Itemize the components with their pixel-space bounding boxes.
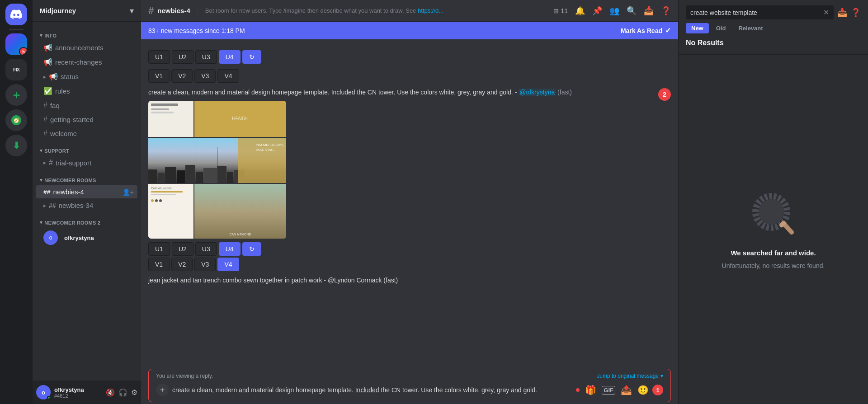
channel-name: rules bbox=[55, 87, 134, 95]
server-icon-fix[interactable]: FIX bbox=[5, 59, 27, 80]
sidebar-item-recent-changes[interactable]: 📢 recent-changes bbox=[36, 55, 137, 69]
settings-icon[interactable]: ⚙ bbox=[131, 388, 137, 397]
user-name-display: ofkrystyna bbox=[64, 235, 134, 241]
add-content-button[interactable]: + bbox=[156, 384, 169, 396]
main-content: # newbies-4 Bot room for new users. Type… bbox=[141, 0, 678, 404]
channel-name: trial-support bbox=[56, 159, 134, 167]
search-input-row: ✕ 📥 ❓ bbox=[686, 5, 861, 19]
v2-button[interactable]: V2 bbox=[171, 69, 193, 83]
server-icon-midjourney[interactable] bbox=[5, 33, 27, 55]
channel-name: recent-changes bbox=[55, 58, 134, 66]
v4-btn-2[interactable]: V4 bbox=[217, 258, 239, 271]
notification-icon[interactable]: 🔔 bbox=[575, 6, 585, 16]
help-icon-search[interactable]: ❓ bbox=[851, 8, 861, 18]
tab-old[interactable]: Old bbox=[711, 23, 731, 33]
hash-icon: # bbox=[43, 101, 47, 109]
sidebar-item-newbies-34[interactable]: ▸ ## newbies-34 bbox=[36, 199, 137, 212]
add-server-button[interactable]: ＋ bbox=[5, 84, 27, 106]
pin-icon[interactable]: 📌 bbox=[592, 6, 602, 16]
v3-btn-2[interactable]: V3 bbox=[194, 258, 216, 271]
hash-icon: # bbox=[43, 115, 47, 123]
inbox-icon[interactable]: 📥 bbox=[644, 6, 654, 16]
refresh-button[interactable]: ↻ bbox=[242, 50, 261, 64]
sidebar-item-announcements[interactable]: 📢 announcements bbox=[36, 41, 137, 55]
v4-button[interactable]: V4 bbox=[217, 69, 239, 83]
threads-button[interactable]: ⊞ 11 bbox=[553, 7, 568, 14]
sidebar-item-welcome[interactable]: # welcome bbox=[36, 127, 137, 140]
category-newcomer-rooms-2[interactable]: ▾ NEWCOMER ROOMS 2 bbox=[33, 212, 141, 227]
explore-button[interactable]: 🧭 bbox=[5, 109, 27, 131]
deafen-icon[interactable]: 🎧 bbox=[118, 388, 127, 397]
online-status bbox=[47, 396, 51, 399]
magnifier-illustration bbox=[746, 189, 801, 244]
u-buttons-row-1: U1 U2 U3 U4 ↻ bbox=[148, 50, 671, 64]
mark-as-read-button[interactable]: Mark As Read ✓ bbox=[621, 26, 671, 35]
u1-button[interactable]: U1 bbox=[148, 50, 170, 64]
mention-bottom: @Lyndon Cormack bbox=[328, 277, 382, 284]
mention: @ofkrystyna bbox=[519, 89, 556, 96]
download-button[interactable]: ⬇ bbox=[5, 135, 27, 156]
channel-list: ▾ INFO 📢 announcements 📢 recent-changes … bbox=[33, 22, 141, 381]
search-clear-button[interactable]: ✕ bbox=[823, 8, 829, 17]
members-icon[interactable]: 👥 bbox=[609, 6, 619, 16]
refresh-btn-2[interactable]: ↻ bbox=[242, 242, 261, 256]
new-messages-bar[interactable]: 83+ new messages since 1:18 PM Mark As R… bbox=[141, 22, 678, 39]
v2-btn-2[interactable]: V2 bbox=[171, 258, 193, 271]
search-input[interactable] bbox=[690, 9, 823, 16]
category-newcomer-rooms[interactable]: ▾ NEWCOMER ROOMS bbox=[33, 170, 141, 185]
new-messages-text: 83+ new messages since 1:18 PM bbox=[148, 27, 245, 34]
v3-button[interactable]: V3 bbox=[194, 69, 216, 83]
v1-btn-2[interactable]: V1 bbox=[148, 258, 170, 271]
mark-read-icon: ✓ bbox=[665, 26, 671, 35]
sidebar-item-status[interactable]: ▸ 📢 status bbox=[36, 70, 137, 84]
search-input-wrapper: ✕ bbox=[686, 5, 834, 19]
user-info: ofkrystyna #4812 bbox=[54, 386, 102, 399]
u1-btn-2[interactable]: U1 bbox=[148, 242, 170, 256]
category-chevron-newcomer: ▾ bbox=[40, 177, 42, 183]
description-link[interactable]: https://d... bbox=[418, 7, 443, 14]
help-icon[interactable]: ❓ bbox=[661, 6, 671, 16]
sidebar-item-trial-support[interactable]: ▸ # trial-support bbox=[36, 156, 137, 169]
input-indicator bbox=[576, 388, 580, 392]
emoji-icon[interactable]: 🙂 bbox=[637, 385, 649, 395]
category-label-support: SUPPORT bbox=[44, 148, 69, 154]
group-hash-icon: ## bbox=[43, 188, 51, 196]
gift-icon[interactable]: 🎁 bbox=[585, 385, 596, 395]
category-info[interactable]: ▾ INFO bbox=[33, 25, 141, 40]
search-icon[interactable]: 🔍 bbox=[627, 6, 637, 16]
u4-btn-2[interactable]: U4 bbox=[219, 242, 241, 256]
inbox-icon-search[interactable]: 📥 bbox=[837, 8, 847, 18]
template-cell-bot-left: Cololal Localin bbox=[148, 184, 193, 239]
server-icon-discord[interactable] bbox=[5, 4, 27, 25]
sidebar-item-newbies-4[interactable]: ## newbies-4 👤+ bbox=[36, 185, 137, 198]
underline-and-2: and bbox=[511, 386, 521, 394]
upload-icon[interactable]: 📤 bbox=[621, 385, 632, 395]
add-member-icon[interactable]: 👤+ bbox=[123, 188, 134, 196]
sidebar-item-faq[interactable]: # faq bbox=[36, 99, 137, 112]
u4-button[interactable]: U4 bbox=[219, 50, 241, 64]
message-row-2: create a clean, modern and material desi… bbox=[148, 88, 671, 273]
sidebar-item-newbies-64[interactable]: o ofkrystyna bbox=[36, 228, 137, 248]
u3-btn-2[interactable]: U3 bbox=[195, 242, 217, 256]
u2-btn-2[interactable]: U2 bbox=[172, 242, 193, 256]
jump-to-original-link[interactable]: Jump to original message ▾ bbox=[597, 373, 663, 379]
gif-icon[interactable]: GIF bbox=[602, 386, 615, 395]
sidebar-header[interactable]: Midjourney ▾ bbox=[33, 0, 141, 22]
category-chevron-newcomer2: ▾ bbox=[40, 220, 42, 225]
message-input-display[interactable]: create a clean, modern and material desi… bbox=[172, 385, 571, 395]
channel-header-name: newbies-4 bbox=[157, 7, 190, 14]
v1-button[interactable]: V1 bbox=[148, 69, 170, 83]
u3-button[interactable]: U3 bbox=[195, 50, 217, 64]
sidebar-item-rules[interactable]: ✅ rules bbox=[36, 84, 137, 98]
channel-name: getting-started bbox=[50, 116, 134, 123]
server-dropdown-icon[interactable]: ▾ bbox=[130, 6, 134, 16]
mute-icon[interactable]: 🔇 bbox=[106, 388, 115, 397]
channel-name: welcome bbox=[50, 130, 134, 137]
svg-text:🧭: 🧭 bbox=[14, 117, 19, 123]
sidebar-item-getting-started[interactable]: # getting-started bbox=[36, 113, 137, 126]
category-support[interactable]: ▾ SUPPORT bbox=[33, 141, 141, 155]
u2-button[interactable]: U2 bbox=[172, 50, 193, 64]
message-group-1: U1 U2 U3 U4 ↻ V1 V2 V3 V4 bbox=[141, 47, 678, 86]
tab-new[interactable]: New bbox=[686, 23, 709, 33]
tab-relevant[interactable]: Relevant bbox=[733, 23, 768, 33]
